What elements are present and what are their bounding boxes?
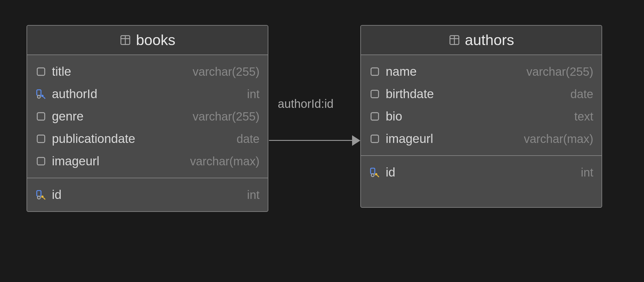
keys-section: id int bbox=[361, 155, 602, 207]
table-authors[interactable]: authors name varchar(255) birthdate date bbox=[360, 25, 602, 208]
column-type: varchar(255) bbox=[189, 110, 259, 123]
column-row-id[interactable]: id int bbox=[361, 161, 602, 184]
column-row-genre[interactable]: genre varchar(255) bbox=[27, 105, 268, 128]
columns-section: title varchar(255) authorId int bbox=[27, 55, 268, 178]
column-name: genre bbox=[52, 109, 83, 123]
table-title: authors bbox=[465, 32, 514, 49]
columns-section: name varchar(255) birthdate date bio tex… bbox=[361, 55, 602, 155]
keys-section: id int bbox=[27, 178, 268, 211]
column-name: imageurl bbox=[386, 132, 433, 146]
column-type: int bbox=[244, 88, 259, 101]
svg-rect-3 bbox=[37, 68, 45, 75]
svg-line-25 bbox=[377, 175, 379, 177]
table-title: books bbox=[136, 32, 175, 49]
column-name: id bbox=[52, 188, 62, 202]
column-row-birthdate[interactable]: birthdate date bbox=[361, 83, 602, 105]
column-icon bbox=[35, 133, 47, 144]
svg-rect-22 bbox=[371, 168, 375, 174]
column-name: id bbox=[386, 165, 395, 179]
svg-rect-11 bbox=[37, 191, 41, 196]
column-type: varchar(255) bbox=[523, 65, 593, 78]
table-header-authors: authors bbox=[361, 26, 602, 55]
column-name: publicationdate bbox=[52, 132, 135, 146]
column-row-authorid[interactable]: authorId int bbox=[27, 83, 268, 105]
column-icon bbox=[369, 133, 380, 144]
svg-rect-20 bbox=[371, 113, 378, 120]
table-books[interactable]: books title varchar(255) bbox=[27, 25, 268, 212]
table-icon bbox=[119, 34, 131, 46]
relationship-arrow-line bbox=[269, 140, 354, 141]
column-type: date bbox=[567, 88, 593, 101]
column-row-title[interactable]: title varchar(255) bbox=[27, 60, 268, 83]
svg-point-12 bbox=[37, 196, 40, 199]
column-name: authorId bbox=[52, 87, 97, 101]
table-icon bbox=[448, 34, 460, 46]
column-type: date bbox=[233, 132, 259, 146]
svg-line-14 bbox=[43, 198, 45, 199]
relationship-arrow-head bbox=[352, 135, 360, 146]
column-type: text bbox=[571, 110, 593, 123]
column-type: varchar(max) bbox=[520, 132, 593, 146]
svg-rect-10 bbox=[37, 157, 45, 165]
svg-rect-4 bbox=[37, 90, 41, 95]
svg-point-5 bbox=[37, 95, 40, 98]
column-row-name[interactable]: name varchar(255) bbox=[361, 60, 602, 83]
svg-point-13 bbox=[41, 195, 44, 198]
column-type: int bbox=[577, 166, 593, 179]
column-row-publicationdate[interactable]: publicationdate date bbox=[27, 128, 268, 150]
column-icon bbox=[369, 88, 380, 100]
column-name: title bbox=[52, 65, 71, 79]
svg-rect-8 bbox=[37, 113, 45, 120]
column-name: imageurl bbox=[52, 154, 99, 168]
column-icon bbox=[369, 111, 380, 122]
column-row-bio[interactable]: bio text bbox=[361, 105, 602, 128]
column-icon bbox=[35, 66, 47, 77]
svg-line-7 bbox=[43, 97, 45, 99]
relationship-label: authorId:id bbox=[278, 97, 334, 111]
svg-rect-18 bbox=[371, 68, 378, 75]
svg-point-6 bbox=[41, 95, 44, 97]
svg-point-23 bbox=[371, 174, 374, 177]
column-type: varchar(255) bbox=[189, 65, 259, 78]
primary-key-icon bbox=[369, 167, 380, 178]
primary-key-icon bbox=[35, 189, 47, 200]
column-name: birthdate bbox=[386, 87, 434, 101]
foreign-key-icon bbox=[35, 88, 47, 100]
column-row-imageurl[interactable]: imageurl varchar(max) bbox=[27, 150, 268, 172]
column-icon bbox=[35, 156, 47, 167]
svg-point-24 bbox=[375, 173, 377, 175]
column-row-id[interactable]: id int bbox=[27, 184, 268, 206]
column-icon bbox=[369, 66, 380, 77]
column-icon bbox=[35, 111, 47, 122]
column-name: name bbox=[386, 65, 417, 79]
column-type: varchar(max) bbox=[186, 155, 259, 168]
svg-rect-21 bbox=[371, 135, 378, 142]
svg-rect-19 bbox=[371, 90, 378, 98]
column-type: int bbox=[244, 188, 259, 202]
column-row-imageurl[interactable]: imageurl varchar(max) bbox=[361, 128, 602, 150]
svg-rect-9 bbox=[37, 135, 45, 142]
column-name: bio bbox=[386, 109, 402, 123]
table-header-books: books bbox=[27, 26, 268, 55]
